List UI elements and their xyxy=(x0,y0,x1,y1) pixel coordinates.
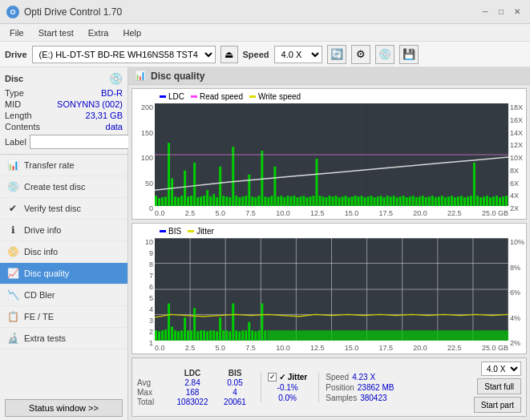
svg-rect-91 xyxy=(396,197,399,206)
window-controls: ─ □ ✕ xyxy=(479,6,524,18)
svg-rect-84 xyxy=(374,197,376,206)
refresh-button[interactable]: 🔄 xyxy=(327,45,346,64)
svg-rect-34 xyxy=(212,194,215,206)
svg-rect-159 xyxy=(209,330,212,341)
stats-max-jitter: 0.0% xyxy=(268,394,307,402)
sidebar-item-drive-info[interactable]: ℹ Drive info xyxy=(0,220,127,241)
svg-rect-109 xyxy=(454,197,456,206)
eject-button[interactable]: ⏏ xyxy=(220,46,238,63)
sidebar-item-transfer-rate[interactable]: 📊 Transfer rate xyxy=(0,155,127,176)
svg-rect-119 xyxy=(486,196,488,206)
save-button[interactable]: 💾 xyxy=(399,45,419,64)
svg-rect-177 xyxy=(267,330,508,341)
svg-rect-79 xyxy=(358,196,360,206)
sidebar-item-disc-info[interactable]: 📀 Disc info xyxy=(0,241,127,263)
jitter-checkbox[interactable]: ✓ xyxy=(268,373,277,382)
svg-rect-75 xyxy=(345,196,347,206)
sidebar-item-cd-bler[interactable]: 📉 CD Bler xyxy=(0,285,127,306)
menu-help[interactable]: Help xyxy=(116,26,148,39)
menu-file[interactable]: File xyxy=(3,26,30,39)
disc-contents-row: Contents data xyxy=(5,122,123,131)
svg-rect-171 xyxy=(248,322,250,341)
svg-rect-102 xyxy=(431,196,434,206)
stats-max-label: Max xyxy=(137,388,168,397)
svg-rect-144 xyxy=(161,330,164,341)
drive-select[interactable]: (E:) HL-DT-ST BD-RE WH16NS58 TST4 xyxy=(32,46,216,63)
svg-rect-21 xyxy=(171,179,173,206)
svg-rect-50 xyxy=(264,196,266,206)
sidebar-item-verify-test-disc[interactable]: ✔ Verify test disc xyxy=(0,198,127,220)
svg-rect-24 xyxy=(180,196,183,206)
settings-button[interactable]: ⚙ xyxy=(351,45,370,64)
chart2-y-axis-right: 10% 8% 6% 4% 2% xyxy=(508,224,526,353)
start-full-button[interactable]: Start full xyxy=(477,378,521,394)
titlebar-left: O Opti Drive Control 1.70 xyxy=(6,6,122,18)
svg-rect-83 xyxy=(370,196,373,206)
svg-rect-38 xyxy=(225,196,228,206)
speed-select-row: 4.0 X xyxy=(481,361,521,376)
svg-rect-153 xyxy=(190,330,192,341)
svg-rect-62 xyxy=(302,196,305,206)
speed-position-section: Speed 4.23 X Position 23862 MB Samples 3… xyxy=(318,373,394,402)
svg-rect-142 xyxy=(155,330,157,341)
svg-rect-16 xyxy=(155,196,157,206)
svg-rect-40 xyxy=(232,147,234,206)
disc-type-value: BD-R xyxy=(101,88,123,98)
svg-rect-68 xyxy=(322,196,324,206)
sidebar-item-label: Create test disc xyxy=(24,182,85,192)
disc-quality-icon: 📈 xyxy=(6,267,19,280)
svg-rect-46 xyxy=(251,196,253,206)
status-window-button[interactable]: Status window >> xyxy=(5,399,123,417)
minimize-button[interactable]: ─ xyxy=(479,6,492,18)
svg-rect-51 xyxy=(267,197,269,206)
close-button[interactable]: ✕ xyxy=(511,6,524,18)
svg-rect-78 xyxy=(354,196,357,206)
legend-write-speed-label: Write speed xyxy=(258,92,301,101)
disc-button[interactable]: 💿 xyxy=(375,45,394,64)
svg-rect-170 xyxy=(245,330,247,341)
svg-rect-71 xyxy=(332,196,334,206)
start-part-button[interactable]: Start part xyxy=(474,397,521,413)
disc-header: Disc 💿 xyxy=(5,72,123,85)
disc-length-label: Length xyxy=(5,111,32,120)
svg-rect-30 xyxy=(200,196,202,206)
legend-bis-label: BIS xyxy=(168,227,181,236)
menu-start-test[interactable]: Start test xyxy=(32,26,80,39)
svg-rect-101 xyxy=(428,196,431,206)
stats-total-bis: 20061 xyxy=(217,398,253,406)
nav-items: 📊 Transfer rate 💿 Create test disc ✔ Ver… xyxy=(0,155,127,396)
svg-rect-81 xyxy=(364,197,366,206)
svg-rect-82 xyxy=(367,196,370,206)
svg-rect-41 xyxy=(235,196,237,206)
disc-mid-label: MID xyxy=(5,99,21,109)
maximize-button[interactable]: □ xyxy=(495,6,508,18)
legend-ldc: LDC xyxy=(160,92,184,101)
svg-rect-157 xyxy=(203,330,205,341)
chart1-svg xyxy=(155,103,508,206)
extra-tests-icon: 🔬 xyxy=(6,332,19,345)
svg-rect-37 xyxy=(222,196,225,206)
svg-rect-107 xyxy=(447,196,450,206)
svg-rect-66 xyxy=(315,159,318,206)
sidebar-item-create-test-disc[interactable]: 💿 Create test disc xyxy=(0,176,127,198)
svg-rect-43 xyxy=(241,196,244,206)
svg-rect-89 xyxy=(390,196,392,206)
menu-extra[interactable]: Extra xyxy=(82,26,115,39)
sidebar-item-extra-tests[interactable]: 🔬 Extra tests xyxy=(0,328,127,349)
svg-rect-151 xyxy=(184,317,186,341)
svg-rect-64 xyxy=(309,196,311,206)
svg-rect-149 xyxy=(177,331,180,341)
svg-rect-28 xyxy=(193,163,196,206)
speed-dropdown[interactable]: 4.0 X xyxy=(481,361,521,376)
svg-rect-60 xyxy=(296,197,298,206)
speed-select[interactable]: 4.0 X xyxy=(274,46,322,63)
sidebar-item-fe-te[interactable]: 📋 FE / TE xyxy=(0,306,127,328)
svg-rect-120 xyxy=(489,197,492,206)
sidebar-item-disc-quality[interactable]: 📈 Disc quality xyxy=(0,263,127,285)
stats-total-label: Total xyxy=(137,398,168,406)
start-section: 4.0 X Start full Start part xyxy=(474,361,521,413)
svg-rect-145 xyxy=(164,329,167,341)
disc-label-input[interactable] xyxy=(30,135,136,149)
position-key: Position xyxy=(326,383,354,392)
disc-mid-value: SONYNN3 (002) xyxy=(57,99,123,109)
